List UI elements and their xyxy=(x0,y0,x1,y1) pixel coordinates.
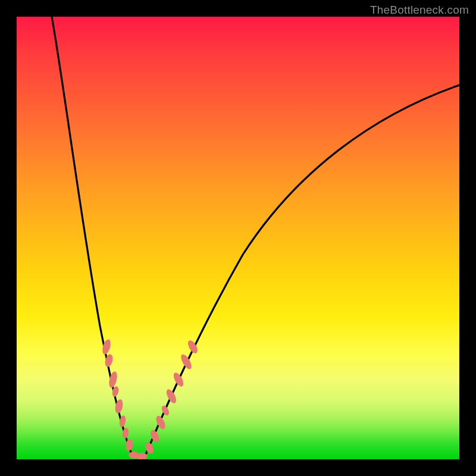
plot-area xyxy=(17,17,459,459)
watermark-text: TheBottleneck.com xyxy=(370,4,469,17)
svg-point-16 xyxy=(179,353,193,371)
curve-layer xyxy=(17,17,459,459)
svg-point-15 xyxy=(171,371,185,389)
svg-point-14 xyxy=(165,388,178,405)
chart-frame: TheBottleneck.com xyxy=(0,0,476,476)
